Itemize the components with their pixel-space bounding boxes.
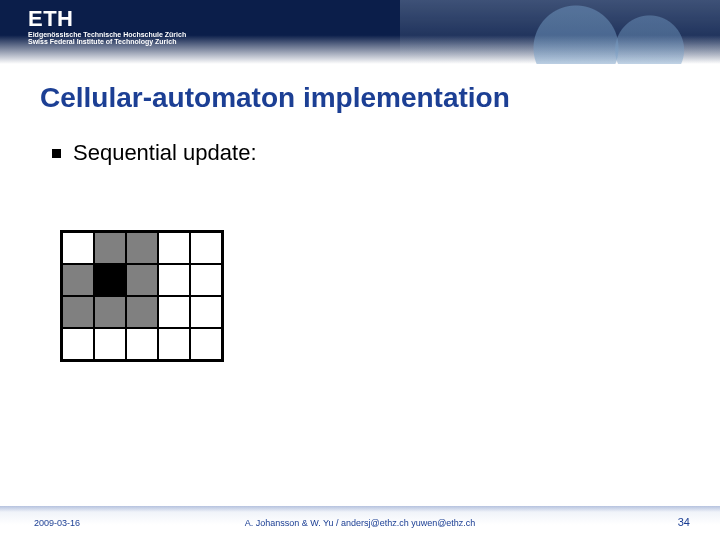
grid-cell — [94, 232, 126, 264]
footer-page-number: 34 — [678, 516, 690, 528]
eth-logo: ETH Eidgenössische Technische Hochschule… — [28, 6, 186, 46]
bullet-sequential-update: Sequential update: — [52, 140, 257, 166]
grid-cell — [190, 264, 222, 296]
logo-text: ETH — [28, 6, 186, 32]
grid-cell — [94, 264, 126, 296]
footer-authors: A. Johansson & W. Yu / andersj@ethz.ch y… — [0, 518, 720, 528]
grid-cell — [62, 264, 94, 296]
grid-cell — [126, 328, 158, 360]
logo-subtitle-2: Swiss Federal Institute of Technology Zu… — [28, 38, 186, 46]
grid-cell — [158, 264, 190, 296]
grid-cell — [94, 296, 126, 328]
grid-cell — [62, 296, 94, 328]
grid-cell — [94, 328, 126, 360]
slide: ETH Eidgenössische Technische Hochschule… — [0, 0, 720, 540]
footer-bar: 2009-03-16 A. Johansson & W. Yu / anders… — [0, 506, 720, 540]
grid-cell — [126, 264, 158, 296]
slide-title: Cellular-automaton implementation — [40, 82, 510, 114]
grid-cell — [190, 232, 222, 264]
grid-cell — [62, 232, 94, 264]
header-band: ETH Eidgenössische Technische Hochschule… — [0, 0, 720, 64]
grid-cell — [158, 328, 190, 360]
grid-cell — [158, 296, 190, 328]
grid-cell — [62, 328, 94, 360]
grid-cell — [190, 296, 222, 328]
grid-cell — [190, 328, 222, 360]
grid-cell — [158, 232, 190, 264]
grid-cell — [126, 232, 158, 264]
grid-cell — [126, 296, 158, 328]
footer-accent — [0, 506, 720, 512]
automaton-grid — [60, 230, 224, 362]
